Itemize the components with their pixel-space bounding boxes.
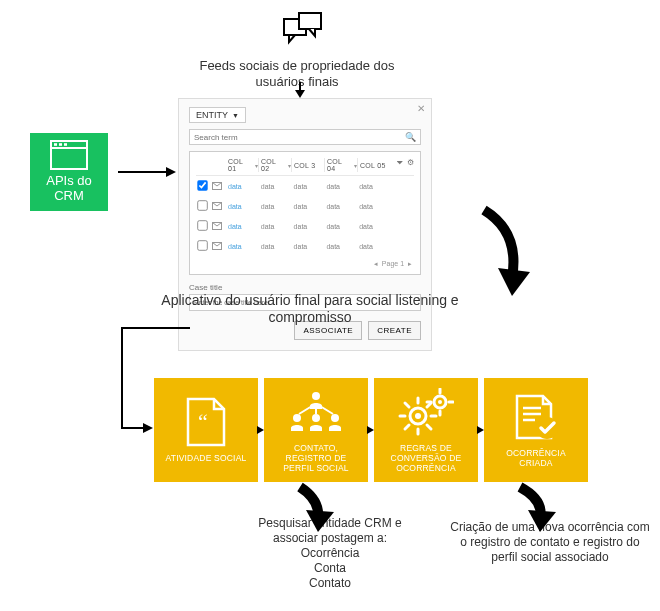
svg-marker-46: [257, 426, 264, 434]
step-atividade-social: “ ATIVIDADE SOCIAL: [154, 378, 258, 482]
entity-dropdown-label: ENTITY: [196, 110, 228, 120]
label-feeds: Feeds sociais de propriedade dos usuário…: [192, 58, 402, 89]
mail-icon: [212, 182, 226, 190]
step-regras-conversao: REGRAS DE CONVERSÃO DE OCORRÊNCIA: [374, 378, 478, 482]
svg-rect-6: [64, 143, 67, 146]
svg-line-18: [320, 406, 333, 414]
grid-header: COL 01▾ COL 02▾ COL 3 COL 04▾ COL 05 ⏷⚙: [196, 158, 414, 176]
svg-line-28: [405, 425, 409, 429]
svg-rect-5: [59, 143, 62, 146]
svg-marker-42: [166, 167, 176, 177]
svg-rect-1: [299, 13, 321, 29]
social-feed-icon: [283, 12, 323, 49]
col-header[interactable]: COL 04▾: [325, 158, 358, 172]
chevron-down-icon: ▼: [232, 112, 239, 119]
svg-text:“: “: [198, 409, 208, 434]
svg-point-30: [438, 400, 442, 404]
cell: data: [259, 183, 292, 190]
svg-line-26: [427, 425, 431, 429]
svg-line-27: [427, 403, 431, 407]
mail-icon: [212, 242, 226, 250]
cell: data: [357, 243, 390, 250]
step-ocorrencia-criada: OCORRÊNCIA CRIADA: [484, 378, 588, 482]
api-box-label: APIs do CRM: [30, 174, 108, 204]
cell: data: [324, 203, 357, 210]
cell: data: [292, 183, 325, 190]
sort-icon: ▾: [354, 162, 357, 169]
mail-icon: [212, 222, 226, 230]
cell: data: [324, 183, 357, 190]
pager: ◂ Page 1 ▸: [196, 256, 414, 268]
svg-point-12: [312, 392, 320, 400]
svg-line-17: [299, 406, 312, 414]
svg-line-25: [405, 403, 409, 407]
cell: data: [226, 243, 259, 250]
case-title-label: Case title: [189, 283, 421, 292]
step-label: CONTATO, REGISTRO DE PERFIL SOCIAL: [272, 444, 360, 473]
browser-window-icon: [50, 140, 88, 170]
step-label: ATIVIDADE SOCIAL: [166, 454, 247, 464]
cell: data: [357, 203, 390, 210]
row-checkbox[interactable]: [197, 240, 207, 250]
pager-prev-icon[interactable]: ◂: [374, 260, 378, 267]
mail-icon: [212, 202, 226, 210]
svg-marker-44: [143, 423, 153, 433]
pager-label: Page 1: [382, 260, 404, 267]
col-header[interactable]: COL 02▾: [259, 158, 292, 172]
row-checkbox[interactable]: [197, 200, 207, 210]
label-pesquisar-entidade: Pesquisar entidade CRM e associar postag…: [235, 516, 425, 591]
sort-icon: ▾: [288, 162, 291, 169]
cell: data: [259, 223, 292, 230]
pager-next-icon[interactable]: ▸: [408, 260, 412, 267]
step-label: REGRAS DE CONVERSÃO DE OCORRÊNCIA: [382, 444, 470, 473]
table-row[interactable]: datadatadatadatadata: [196, 216, 414, 236]
cell: data: [226, 203, 259, 210]
cell: data: [292, 243, 325, 250]
col-header[interactable]: COL 3: [292, 158, 325, 172]
cell: data: [357, 223, 390, 230]
table-row[interactable]: datadatadatadatadata: [196, 176, 414, 196]
svg-rect-4: [54, 143, 57, 146]
cell: data: [357, 183, 390, 190]
svg-point-13: [293, 414, 301, 422]
row-checkbox[interactable]: [197, 220, 207, 230]
settings-icon[interactable]: ⚙: [407, 158, 414, 172]
svg-point-15: [331, 414, 339, 422]
svg-marker-40: [295, 90, 305, 98]
col-header[interactable]: COL 05: [358, 158, 390, 172]
step-label: OCORRÊNCIA CRIADA: [492, 449, 580, 469]
gears-icon: [398, 386, 454, 438]
cell: data: [226, 183, 259, 190]
table-row[interactable]: datadatadatadatadata: [196, 196, 414, 216]
svg-point-14: [312, 414, 320, 422]
entity-dropdown[interactable]: ENTITY ▼: [189, 107, 246, 123]
search-input-wrap[interactable]: 🔍: [189, 129, 421, 145]
document-quote-icon: “: [184, 396, 228, 448]
cell: data: [226, 223, 259, 230]
table-row[interactable]: datadatadatadatadata: [196, 236, 414, 256]
people-network-icon: [287, 386, 345, 438]
cell: data: [324, 223, 357, 230]
label-app-listening: Aplicativo do usuário final para social …: [150, 292, 470, 326]
search-input[interactable]: [194, 133, 405, 142]
svg-point-20: [415, 413, 421, 419]
svg-marker-43: [498, 268, 530, 296]
api-box: APIs do CRM: [30, 133, 108, 211]
close-icon[interactable]: ✕: [417, 103, 425, 114]
cell: data: [292, 203, 325, 210]
search-icon[interactable]: 🔍: [405, 132, 416, 142]
step-contato-perfil: CONTATO, REGISTRO DE PERFIL SOCIAL: [264, 378, 368, 482]
cell: data: [292, 223, 325, 230]
label-criacao-ocorrencia: Criação de uma nova ocorrência com o reg…: [450, 520, 650, 565]
cell: data: [259, 203, 292, 210]
row-checkbox[interactable]: [197, 180, 207, 190]
sort-icon: ▾: [255, 162, 258, 169]
filter-icon[interactable]: ⏷: [396, 158, 404, 172]
cell: data: [324, 243, 357, 250]
col-header[interactable]: COL 01▾: [226, 158, 259, 172]
svg-marker-48: [367, 426, 374, 434]
svg-marker-50: [477, 426, 484, 434]
results-grid: COL 01▾ COL 02▾ COL 3 COL 04▾ COL 05 ⏷⚙ …: [189, 151, 421, 275]
cell: data: [259, 243, 292, 250]
document-check-icon: [511, 391, 561, 443]
